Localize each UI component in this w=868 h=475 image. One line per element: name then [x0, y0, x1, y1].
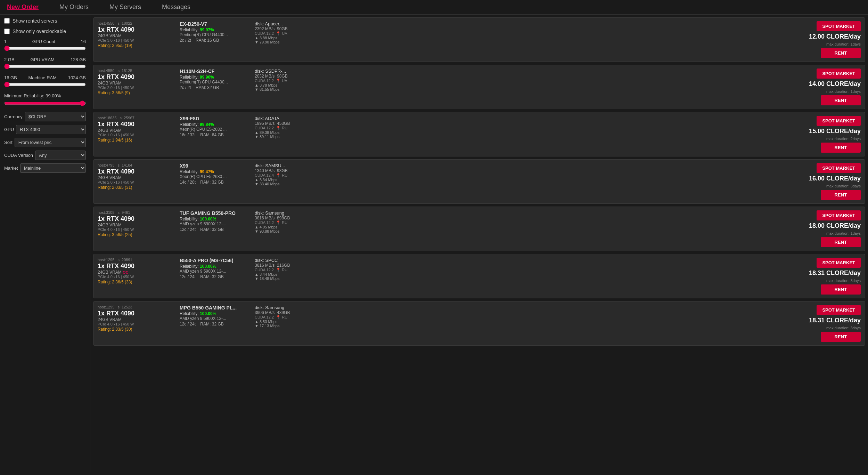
mobo-name: EX-B250-V7: [180, 21, 249, 27]
gpu-name: 1x RTX 4090: [98, 263, 174, 270]
spot-market-button[interactable]: SPOT MARKET: [817, 305, 861, 315]
disk-section: disk: Samsung 3816 MB/s 898GB CUDA 12.2 …: [255, 210, 324, 247]
vram-line: 24GB VRAM: [98, 175, 174, 180]
gpu-count-label: GPU Count: [32, 39, 55, 44]
net-down: ▼ 89.11 Mbps: [255, 135, 324, 139]
cpu-name: Xeon(R) CPU E5-2682 ...: [180, 127, 249, 132]
cores-ram: 12c / 24t RAM: 32 GB: [180, 322, 249, 327]
cores-ram: 12c / 24t RAM: 32 GB: [180, 274, 249, 279]
rating-line: Rating: 2.95/5 (19): [98, 43, 174, 48]
disk-section: disk: SPCC 3816 MB/s 216GB CUDA 12.2 📍 R…: [255, 258, 324, 295]
price-value: 12.00 CLORE/day: [809, 33, 861, 40]
gpu-name: 1x RTX 4090: [98, 73, 174, 81]
rent-button[interactable]: RENT: [821, 332, 861, 342]
gpu-select[interactable]: RTX 4090 RTX 3090 RTX 4080: [16, 125, 86, 134]
cpu-name: AMD yzen 9 5900X 12-...: [180, 222, 249, 226]
disk-speed: 1340 MB/s 93GB: [255, 168, 324, 173]
reliability-slider[interactable]: [4, 100, 86, 106]
market-select[interactable]: Mainline Spot: [20, 163, 86, 173]
disk-name: disk: SAMSU...: [255, 163, 324, 168]
show-rented-checkbox[interactable]: [4, 18, 10, 24]
cores-ram: 2c / 2t RAM: 32 GB: [180, 85, 249, 90]
nav-my-servers[interactable]: My Servers: [109, 3, 141, 11]
spot-market-button[interactable]: SPOT MARKET: [817, 163, 861, 173]
gpu-vram-slider[interactable]: [4, 64, 86, 69]
mobo-section: TUF GAMING B550-PRO Reliability: 100.00%…: [180, 210, 249, 247]
mobo-name: TUF GAMING B550-PRO: [180, 210, 249, 216]
rent-button[interactable]: RENT: [821, 48, 861, 58]
price-buttons: SPOT MARKET 16.00 CLORE/day max duration…: [809, 163, 861, 200]
gpu-count-slider[interactable]: [4, 46, 86, 51]
show-overclockable-label[interactable]: Show only overclockable: [4, 29, 66, 34]
vram-line: 24GB VRAM: [98, 33, 174, 38]
show-rented-label[interactable]: Show rented servers: [4, 18, 57, 24]
price-sub: max duration: 3days: [826, 184, 861, 188]
price-value: 15.00 CLORE/day: [809, 128, 861, 135]
cpu-name: AMD yzen 9 5900X 12-...: [180, 316, 249, 321]
pcie-line: PCIe 2.0 x16 | 450 W: [98, 86, 174, 90]
nav-new-order[interactable]: New Order: [7, 3, 39, 11]
disk-name: disk: Apacer...: [255, 21, 324, 26]
net-down: ▼ 81.55 Mbps: [255, 87, 324, 91]
market-label: Market: [4, 166, 18, 171]
server-card: host:1295 s: 12523 1x RTX 4090 24GB VRAM…: [93, 301, 865, 346]
vram-line: 24GB VRAM: [98, 81, 174, 86]
reliability-line: Reliability: 100.00%: [180, 264, 249, 269]
mobo-section: EX-B250-V7 Reliability: 99.97% Pentium(R…: [180, 21, 249, 58]
pcie-line: PCIe 4.0 x16 | 450 W: [98, 322, 174, 326]
disk-name: disk: SPCC: [255, 258, 324, 263]
currency-label: Currency: [4, 114, 23, 119]
disk-section: disk: ADATA 1895 MB/s 453GB CUDA 12.2 📍 …: [255, 116, 324, 153]
sidebar: Show rented servers Show only overclocka…: [0, 15, 90, 472]
spot-market-button[interactable]: SPOT MARKET: [817, 258, 861, 268]
sort-label: Sort: [4, 140, 13, 145]
spot-market-button[interactable]: SPOT MARKET: [817, 116, 861, 126]
mobo-name: X99-F8D: [180, 116, 249, 121]
rent-button[interactable]: RENT: [821, 237, 861, 247]
price-sub: max duration: 1days: [826, 42, 861, 46]
rent-button[interactable]: RENT: [821, 95, 861, 105]
vram-line: 24GB VRAM: [98, 317, 174, 322]
net-down: ▼ 93.88 Mbps: [255, 229, 324, 233]
mobo-name: H110M-S2H-CF: [180, 69, 249, 74]
disk-name: disk: ADATA: [255, 116, 324, 121]
spot-market-button[interactable]: SPOT MARKET: [817, 21, 861, 31]
vram-line: 24GB VRAM: [98, 223, 174, 227]
price-section: SPOT MARKET 14.00 CLORE/day max duration…: [791, 69, 861, 105]
mobo-name: X99: [180, 163, 249, 169]
sort-select[interactable]: From lowest pric From highest price: [15, 138, 86, 147]
pcie-line: PCIe 2.0 x16 | 450 W: [98, 180, 174, 184]
net-up: ▲ 3.88 Mbps: [255, 36, 324, 40]
machine-ram-slider[interactable]: [4, 82, 86, 87]
disk-speed: 2032 MB/s 98GB: [255, 74, 324, 79]
nav-my-orders[interactable]: My Orders: [59, 3, 89, 11]
spot-market-button[interactable]: SPOT MARKET: [817, 69, 861, 79]
cuda-select[interactable]: Any 12.2 12.4: [35, 151, 86, 160]
cuda-line: CUDA 12.2 📍 RU: [255, 268, 324, 272]
gpu-name: 1x RTX 4090: [98, 121, 174, 128]
reliability-label: Minimum Reliability: 99.00%: [4, 93, 86, 98]
rent-button[interactable]: RENT: [821, 143, 861, 153]
price-buttons: SPOT MARKET 15.00 CLORE/day max duration…: [809, 116, 861, 153]
machine-ram-label: Machine RAM: [28, 75, 57, 80]
top-nav: New Order My Orders My Servers Messages: [0, 0, 868, 15]
server-card: host:4550 s: 15125 1x RTX 4090 24GB VRAM…: [93, 65, 865, 109]
rent-button[interactable]: RENT: [821, 190, 861, 200]
net-up: ▲ 3.34 Mbps: [255, 178, 324, 182]
pcie-line: PCIe 1.0 x16 | 450 W: [98, 133, 174, 137]
cpu-name: Pentium(R) CPU G4400...: [180, 80, 249, 84]
gpu-count-min: 1: [4, 39, 7, 44]
price-section: SPOT MARKET 18.31 CLORE/day max duration…: [791, 258, 861, 295]
price-value: 14.00 CLORE/day: [809, 80, 861, 88]
mobo-section: X99 Reliability: 99.47% Xeon(R) CPU E5-2…: [180, 163, 249, 200]
show-overclockable-checkbox[interactable]: [4, 29, 10, 34]
rating-line: Rating: 3.56/5 (25): [98, 232, 174, 237]
spot-market-button[interactable]: SPOT MARKET: [817, 210, 861, 220]
currency-select[interactable]: $CLORE $USD: [25, 112, 86, 121]
cuda-line: CUDA 12.2 📍 UA: [255, 31, 324, 36]
net-up: ▲ 3.78 Mbps: [255, 83, 324, 87]
net-down: ▼ 18.48 Mbps: [255, 276, 324, 281]
price-section: SPOT MARKET 18.31 CLORE/day max duration…: [791, 305, 861, 342]
nav-messages[interactable]: Messages: [162, 3, 190, 11]
rent-button[interactable]: RENT: [821, 284, 861, 295]
